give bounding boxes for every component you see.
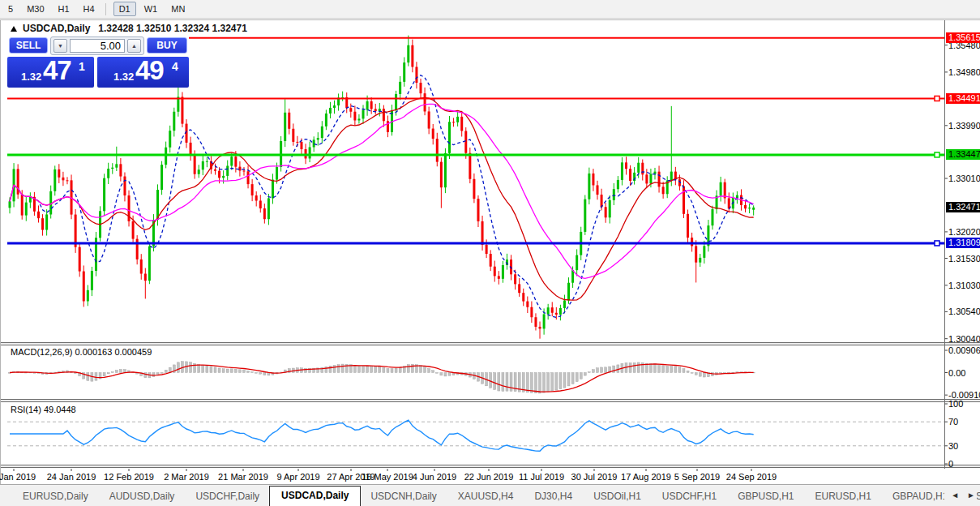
date-tick-label: 17 Aug 2019 (621, 472, 671, 482)
tab-audusd-daily[interactable]: AUDUSD,Daily (100, 487, 185, 506)
tab-scroll-left-button[interactable]: ◄ (949, 490, 961, 501)
buy-price-panel[interactable]: 1.32 49 4 (97, 57, 189, 88)
moving-average-mid (10, 97, 754, 300)
date-tick-label: 22 Jun 2019 (464, 472, 514, 482)
sell-price-panel[interactable]: 1.32 47 1 (7, 57, 94, 88)
sell-price-small: 1.32 (21, 71, 41, 83)
rsi-axis-label: 100 (948, 399, 963, 409)
tab-usdcad-daily[interactable]: USDCAD,Daily (269, 486, 361, 506)
chart-ohlc-values: 1.32428 1.32510 1.32324 1.32471 (98, 23, 247, 34)
date-tick-label: 5 Jan 2019 (0, 472, 36, 482)
price-badge: 1.34491 (946, 93, 980, 104)
date-tick-label: 11 Jul 2019 (519, 472, 564, 482)
hline-1.33447[interactable] (7, 152, 944, 157)
moving-average-fast (10, 75, 754, 318)
lot-size-control: ▼ ▲ (50, 36, 144, 55)
sell-price-sup: 1 (79, 60, 85, 73)
tab-dj30-h4[interactable]: DJ30,H4 (524, 487, 582, 506)
lot-size-input[interactable] (70, 39, 125, 53)
sell-price-big: 47 (43, 55, 71, 86)
tab-gbpusd-h1[interactable]: GBPUSD,H1 (728, 487, 803, 506)
date-tick-label: 9 Apr 2019 (276, 472, 319, 482)
tab-eurusd-h1[interactable]: EURUSD,H1 (806, 487, 881, 506)
date-tick-label: 21 Mar 2019 (218, 472, 268, 482)
price-tick-label: 1.32020 (948, 227, 980, 237)
chart-tabs: EURUSD,DailyAUDUSD,DailyUSDCHF,DailyUSDC… (0, 485, 980, 506)
price-tick-label: 1.31030 (948, 281, 980, 290)
toolbar-separator (105, 3, 106, 15)
lot-decrease-button[interactable]: ▼ (53, 39, 67, 53)
timeframe-button-mn[interactable]: MN (165, 2, 190, 16)
mt4-window: 5M30H1H4D1W1MN USDCAD,Daily1.32428 1.325… (0, 0, 980, 506)
rsi-axis-label: 0 (948, 459, 953, 469)
timeframe-button-m30[interactable]: M30 (21, 2, 49, 16)
tab-eurusd-daily[interactable]: EURUSD,Daily (13, 487, 98, 506)
moving-average-slow (10, 104, 754, 278)
lot-increase-button[interactable]: ▲ (127, 39, 141, 53)
timeframe-toolbar: 5M30H1H4D1W1MN (0, 0, 980, 19)
timeframe-button-h4[interactable]: H4 (78, 2, 101, 16)
chart-tabs-bar: EURUSD,DailyAUDUSD,DailyUSDCHF,DailyUSDC… (0, 484, 980, 506)
date-tick-label: 16 May 2019 (362, 472, 413, 482)
rsi-label: RSI(14) 49.0448 (11, 405, 76, 414)
price-badge: 1.33447 (946, 149, 980, 160)
hline-1.34491[interactable] (7, 96, 944, 101)
price-tick-label: 1.33010 (948, 174, 980, 183)
price-badge: 1.35615 (946, 32, 980, 43)
macd-axis-label: 0.00 (948, 368, 965, 378)
buy-price-big: 49 (135, 55, 164, 86)
timeframe-button-w1[interactable]: W1 (139, 2, 164, 16)
collapse-triangle-icon[interactable] (11, 26, 17, 32)
timeframe-button-h1[interactable]: H1 (53, 2, 75, 16)
sell-button[interactable]: SELL (9, 37, 48, 54)
macd-axis-label: 0.009062 (948, 345, 980, 355)
tab-scroll-right-button[interactable]: ► (965, 490, 977, 501)
rsi-axis-label: 30 (948, 441, 958, 451)
date-tick-label: 12 Feb 2019 (104, 472, 154, 482)
left-arrow-icon: ◄ (951, 491, 959, 500)
timeframe-button-5[interactable]: 5 (2, 2, 19, 16)
buy-price-small: 1.32 (113, 71, 134, 83)
tab-usdcnh-daily[interactable]: USDCNH,Daily (361, 487, 446, 506)
tab-scroll-arrows: ◄ ► (944, 490, 977, 501)
macd-label: MACD(12,26,9) 0.000163 0.000459 (11, 347, 152, 357)
one-click-trading-panel: SELL ▼ ▲ BUY 1.32 47 1 1.32 49 4 (7, 36, 189, 88)
chart-title: USDCAD,Daily1.32428 1.32510 1.32324 1.32… (11, 23, 247, 34)
date-tick-label: 2 Mar 2019 (164, 472, 209, 482)
price-tick-label: 1.30040 (948, 334, 980, 344)
rsi-axis-label: 70 (948, 417, 958, 427)
tab-usdchf-daily[interactable]: USDCHF,Daily (186, 487, 269, 506)
down-arrow-icon: ▼ (58, 43, 63, 49)
price-badge: 1.31809 (946, 238, 980, 248)
tab-xauusd-h4[interactable]: XAUUSD,H4 (448, 487, 524, 506)
price-badge: 1.32471 (946, 202, 980, 212)
price-tick-label: 1.33990 (948, 121, 980, 131)
date-tick-label: 24 Jan 2019 (47, 472, 96, 482)
date-tick-label: 5 Sep 2019 (674, 472, 720, 482)
price-tick-label: 1.34980 (948, 67, 980, 77)
right-arrow-icon: ► (967, 491, 975, 500)
buy-button[interactable]: BUY (147, 37, 187, 54)
rsi-line (10, 420, 754, 451)
up-arrow-icon: ▲ (131, 43, 137, 49)
date-tick-label: 30 Jul 2019 (571, 472, 618, 482)
buy-price-sup: 4 (172, 60, 178, 73)
price-tick-label: 1.31530 (948, 254, 980, 264)
date-tick-label: 4 Jun 2019 (413, 472, 456, 482)
chart-canvas[interactable] (1, 20, 980, 506)
chart-window: USDCAD,Daily1.32428 1.32510 1.32324 1.32… (0, 19, 980, 484)
tab-usdoil-h1[interactable]: USDOil,H1 (584, 487, 651, 506)
date-tick-label: 24 Sep 2019 (726, 472, 777, 482)
price-tick-label: 1.30540 (948, 307, 980, 316)
tab-usdchf-h1[interactable]: USDCHF,H1 (653, 487, 726, 506)
timeframe-button-d1[interactable]: D1 (113, 2, 136, 16)
chart-symbol-label: USDCAD,Daily (23, 23, 90, 34)
